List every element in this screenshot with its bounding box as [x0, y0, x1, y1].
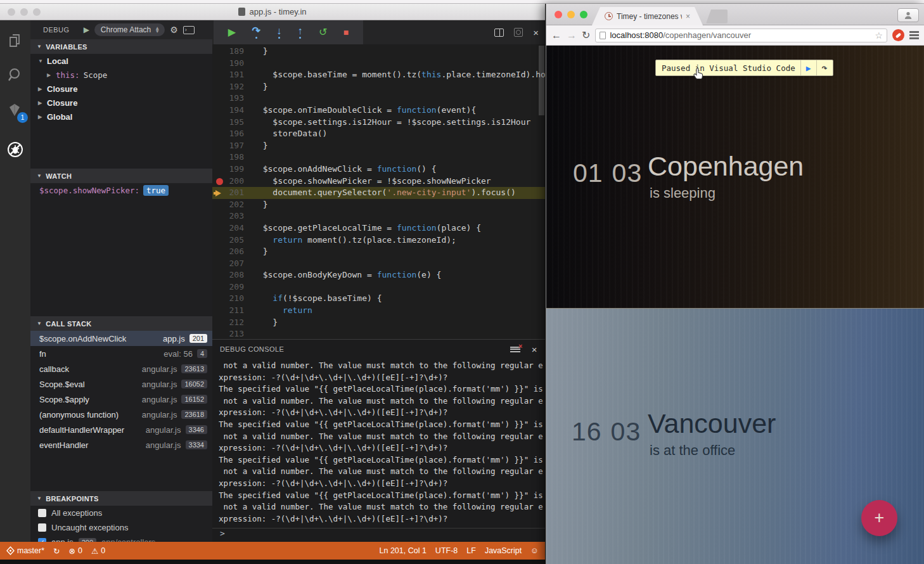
bookmark-star-icon[interactable]: ☆	[875, 30, 883, 41]
callstack-frame[interactable]: eventHandlerangular.js3334	[30, 437, 212, 452]
code-line-196[interactable]: 196 storeData()	[212, 128, 545, 140]
close-editor-icon[interactable]: ×	[533, 27, 539, 38]
line-number[interactable]: 201	[212, 187, 253, 199]
line-number[interactable]: 211	[212, 305, 253, 317]
breakpoint-row[interactable]: Uncaught exceptions	[30, 520, 212, 535]
code-line-210[interactable]: 210 if(!$scope.baseTime) {	[212, 293, 545, 305]
back-icon[interactable]: ←	[551, 30, 561, 41]
errors-item[interactable]: ⊗0	[69, 546, 82, 556]
open-console-icon[interactable]: ›	[183, 26, 195, 34]
encoding-item[interactable]: UTF-8	[435, 546, 458, 555]
editor-scrollbar[interactable]	[539, 46, 544, 115]
checkbox-unchecked-icon[interactable]	[38, 509, 46, 517]
forward-icon[interactable]: →	[567, 30, 577, 41]
code-line-200[interactable]: 200 $scope.showNewPicker = !$scope.showN…	[212, 176, 545, 188]
line-number[interactable]: 208	[212, 269, 253, 281]
line-number[interactable]: 196	[212, 128, 253, 140]
watch-section-header[interactable]: ▼ WATCH	[30, 169, 212, 183]
line-number[interactable]: 206	[212, 246, 253, 258]
stop-button[interactable]: ■	[343, 28, 349, 37]
line-number[interactable]: 192	[212, 81, 253, 93]
variables-tree-item[interactable]: ▶Closure	[30, 82, 212, 96]
minimize-traffic-light[interactable]	[567, 11, 575, 18]
line-number[interactable]: 200	[212, 176, 253, 188]
continue-button[interactable]: ▶	[228, 27, 236, 37]
search-icon[interactable]	[0, 60, 30, 90]
variables-tree-item[interactable]: ▶Closure	[30, 96, 212, 110]
checkbox-unchecked-icon[interactable]	[38, 523, 46, 532]
code-line-198[interactable]: 198	[212, 151, 545, 163]
warnings-item[interactable]: ⚠0	[91, 546, 105, 556]
line-number[interactable]: 204	[212, 222, 253, 234]
recorder-extension-icon[interactable]	[892, 29, 904, 41]
split-editor-icon[interactable]	[494, 29, 504, 37]
add-city-fab[interactable]: +	[861, 500, 897, 536]
debug-config-dropdown[interactable]: Chrome Attach ▲▼	[94, 23, 165, 36]
close-tab-icon[interactable]: ×	[686, 12, 690, 21]
resume-script-button[interactable]: ▶	[800, 60, 816, 75]
callstack-frame[interactable]: fneval: 564	[30, 346, 212, 361]
callstack-section-header[interactable]: ▼ CALL STACK	[30, 316, 212, 331]
explorer-icon[interactable]	[0, 25, 30, 56]
code-line-209[interactable]: 209	[212, 281, 545, 293]
language-item[interactable]: JavaScript	[485, 546, 522, 555]
callstack-frame[interactable]: Scope.$evalangular.js16052	[30, 376, 212, 392]
code-line-207[interactable]: 207	[212, 258, 545, 270]
code-line-191[interactable]: 191 $scope.baseTime = moment().tz(this.p…	[212, 69, 545, 81]
line-number[interactable]: 190	[212, 58, 253, 70]
breakpoint-dot-icon[interactable]	[216, 178, 223, 185]
line-number[interactable]: 213	[212, 328, 253, 339]
variables-tree-item[interactable]: ▶Global	[30, 110, 212, 124]
line-number[interactable]: 212	[212, 317, 253, 329]
clear-console-icon[interactable]: ×	[510, 345, 520, 353]
feedback-smiley-icon[interactable]: ☺	[530, 546, 539, 555]
callstack-frame[interactable]: Scope.$applyangular.js16152	[30, 392, 212, 407]
code-line-205[interactable]: 205 return moment().tz(place.timezoneId)…	[212, 234, 545, 247]
code-line-202[interactable]: 202 }	[212, 199, 545, 211]
code-line-206[interactable]: 206 }	[212, 246, 545, 258]
reload-icon[interactable]: ↻	[582, 29, 590, 41]
cursor-position-item[interactable]: Ln 201, Col 1	[380, 546, 427, 555]
close-console-icon[interactable]: ×	[532, 344, 537, 355]
callstack-frame[interactable]: (anonymous function)angular.js23618	[30, 407, 212, 422]
line-number[interactable]: 202	[212, 199, 253, 211]
line-number[interactable]: 205	[212, 234, 253, 247]
code-line-213[interactable]: 213	[212, 328, 545, 339]
line-number[interactable]: 209	[212, 281, 253, 293]
code-line-195[interactable]: 195 $scope.settings.is12Hour = !$scope.s…	[212, 117, 545, 129]
open-preview-icon[interactable]	[514, 28, 523, 37]
callstack-frame[interactable]: callbackangular.js23613	[30, 361, 212, 376]
close-traffic-light[interactable]	[555, 11, 562, 18]
debug-icon[interactable]	[0, 134, 30, 165]
zoom-traffic-light[interactable]	[580, 11, 587, 18]
line-number[interactable]: 199	[212, 163, 253, 176]
breakpoint-row[interactable]: All exceptions	[30, 506, 212, 520]
menu-icon[interactable]	[909, 31, 919, 39]
step-over-banner-button[interactable]: ↷	[816, 60, 833, 75]
code-line-199[interactable]: 199 $scope.onAddNewClick = function() {	[212, 163, 545, 176]
line-number[interactable]: 189	[212, 46, 253, 58]
git-branch-item[interactable]: master*	[6, 546, 44, 555]
code-line-194[interactable]: 194 $scope.onTimeDoubleClick = function(…	[212, 105, 545, 117]
code-line-208[interactable]: 208 $scope.onBodyKeyDown = function(e) {	[212, 269, 545, 281]
line-number[interactable]: 207	[212, 258, 253, 270]
code-line-212[interactable]: 212 }	[212, 317, 545, 329]
variables-section-header[interactable]: ▼ VARIABLES	[30, 39, 212, 54]
line-number[interactable]: 203	[212, 210, 253, 222]
variables-tree-item[interactable]: ▼Local	[30, 54, 212, 68]
start-debug-icon[interactable]: ▶	[84, 25, 89, 34]
code-line-190[interactable]: 190	[212, 58, 545, 70]
url-bar[interactable]: localhost:8080/copenhagen/vancouver ☆	[595, 29, 887, 42]
line-number[interactable]: 198	[212, 151, 253, 163]
variables-tree-item[interactable]: ▶this: Scope	[30, 68, 212, 82]
callstack-frame[interactable]: defaultHandlerWrapperangular.js3346	[30, 422, 212, 437]
debug-console-input[interactable]: >	[212, 528, 545, 542]
line-number[interactable]: 210	[212, 293, 253, 305]
line-number[interactable]: 197	[212, 140, 253, 152]
breakpoints-section-header[interactable]: ▼ BREAKPOINTS	[30, 491, 212, 506]
line-number[interactable]: 191	[212, 69, 253, 81]
code-line-211[interactable]: 211 return	[212, 305, 545, 317]
line-number[interactable]: 193	[212, 93, 253, 105]
line-number[interactable]: 195	[212, 117, 253, 129]
code-line-204[interactable]: 204 $scope.getPlaceLocalTime = function(…	[212, 222, 545, 234]
